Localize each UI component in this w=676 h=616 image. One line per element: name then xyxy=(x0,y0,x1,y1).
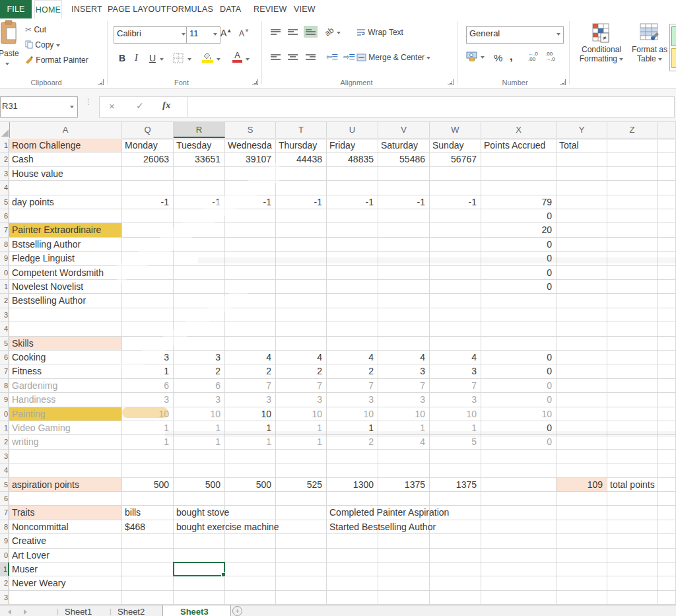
row-header-9[interactable]: 9 xyxy=(0,252,9,265)
cell-S22[interactable]: 1 xyxy=(225,435,275,448)
cell-R19[interactable]: 3 xyxy=(174,393,224,406)
row-header-15[interactable]: 5 xyxy=(0,337,9,350)
cell-R16[interactable]: 3 xyxy=(174,351,224,364)
cell-S5[interactable]: -1 xyxy=(225,195,275,209)
comma-style-button[interactable]: , xyxy=(510,50,513,63)
prev-sheet-arrow[interactable] xyxy=(8,609,11,615)
cell-W21[interactable]: 1 xyxy=(430,421,481,434)
cell-X1[interactable]: Points Accrued xyxy=(481,139,556,152)
cell-styles-gallery[interactable] xyxy=(669,24,676,71)
tab-page-layout[interactable]: PAGE LAYOUT xyxy=(108,0,166,18)
cell-U2[interactable]: 48835 xyxy=(327,153,378,166)
new-sheet-button[interactable]: + xyxy=(232,606,242,616)
cell-U20[interactable]: 10 xyxy=(327,407,378,421)
column-header-Z[interactable]: Z xyxy=(607,122,658,138)
row-header-20[interactable]: 0 xyxy=(0,407,9,421)
cell-R2[interactable]: 33651 xyxy=(174,153,224,166)
percent-style-button[interactable]: % xyxy=(494,52,502,63)
row-header-23[interactable]: 3 xyxy=(0,450,9,463)
row-header-24[interactable]: 4 xyxy=(0,463,9,477)
cell-T2[interactable]: 44438 xyxy=(276,153,326,166)
cell-W22[interactable]: 5 xyxy=(430,435,481,448)
shrink-font-button[interactable]: A▼ xyxy=(239,28,250,38)
row-header-1[interactable]: 1 xyxy=(0,139,9,152)
cell-U28[interactable]: Started Bestselling Author xyxy=(327,520,378,533)
cell-R25[interactable]: 500 xyxy=(174,478,224,491)
cell-W18[interactable]: 7 xyxy=(430,379,481,392)
font-dialog-launcher[interactable] xyxy=(252,79,258,85)
cell-V20[interactable]: 10 xyxy=(378,407,429,421)
row-header-4[interactable]: 4 xyxy=(0,181,9,194)
fill-color-button[interactable] xyxy=(202,51,213,63)
row-header-32[interactable]: 2 xyxy=(0,576,9,590)
italic-button[interactable]: I xyxy=(135,53,138,63)
cell-Q21[interactable]: 1 xyxy=(122,421,173,434)
cell-V18[interactable]: 7 xyxy=(378,379,429,392)
cell-Q27[interactable]: bills xyxy=(122,506,173,519)
sheet-tab-3-box[interactable]: Sheet3 xyxy=(162,605,231,616)
column-header-V[interactable]: V xyxy=(378,122,430,138)
cell-A1[interactable]: Room Challenge xyxy=(9,139,121,152)
cell-S1[interactable]: Wednesda xyxy=(225,139,275,152)
cell-X19[interactable]: 0 xyxy=(481,393,556,406)
sheet-tab-3[interactable]: Sheet3 xyxy=(180,607,209,616)
row-header-8[interactable]: 8 xyxy=(0,238,9,251)
cell-U25[interactable]: 1300 xyxy=(327,478,378,491)
row-header-26[interactable]: 6 xyxy=(0,492,9,505)
cell-U17[interactable]: 2 xyxy=(327,364,378,378)
cell-A19[interactable]: Handiness xyxy=(9,393,121,406)
row-header-28[interactable]: 8 xyxy=(0,520,9,533)
top-align-button[interactable] xyxy=(271,28,281,36)
row-header-6[interactable]: 6 xyxy=(0,209,9,222)
cell-A32[interactable]: Never Weary xyxy=(9,576,121,590)
font-color-dropdown-arrow[interactable] xyxy=(246,58,250,61)
cell-R21[interactable]: 1 xyxy=(174,421,224,434)
cell-R20[interactable]: 10 xyxy=(174,407,224,421)
cell-R1[interactable]: Tuesday xyxy=(174,139,224,152)
cell-V2[interactable]: 55486 xyxy=(378,153,429,166)
column-header-Y[interactable]: Y xyxy=(557,122,607,138)
cell-S16[interactable]: 4 xyxy=(225,351,275,364)
cell-A15[interactable]: Skills xyxy=(9,337,121,350)
format-as-table-button[interactable]: Format as Table xyxy=(628,22,671,63)
cell-R27[interactable]: bought stove xyxy=(174,506,224,519)
cell-V17[interactable]: 3 xyxy=(378,364,429,378)
cell-Q19[interactable]: 3 xyxy=(122,393,173,406)
cell-A18[interactable]: Gardenimg xyxy=(9,379,121,392)
cell-R17[interactable]: 2 xyxy=(174,364,224,378)
select-all-corner[interactable] xyxy=(0,122,10,138)
cell-W20[interactable]: 10 xyxy=(430,407,481,421)
borders-dropdown-arrow[interactable] xyxy=(187,58,191,61)
cell-W2[interactable]: 56767 xyxy=(430,153,481,166)
orientation-dropdown-arrow[interactable] xyxy=(337,32,341,34)
row-header-30[interactable]: 0 xyxy=(0,549,9,562)
borders-icon[interactable] xyxy=(173,53,184,63)
grow-font-button[interactable]: A▲ xyxy=(220,28,232,38)
row-header-27[interactable]: 7 xyxy=(0,506,9,519)
active-cell-selection[interactable] xyxy=(173,562,225,576)
row-header-7[interactable]: 7 xyxy=(0,223,9,236)
format-painter-button[interactable]: Format Painter xyxy=(25,55,88,65)
cell-T17[interactable]: 2 xyxy=(276,364,326,378)
column-header-W[interactable]: W xyxy=(430,122,481,138)
cell-V25[interactable]: 1375 xyxy=(378,478,429,491)
cell-A10[interactable]: Competent Wordsmith xyxy=(9,266,121,279)
cell-T22[interactable]: 1 xyxy=(276,435,326,448)
column-header-A[interactable]: A xyxy=(9,122,122,138)
cell-U18[interactable]: 7 xyxy=(327,379,378,392)
cell-V21[interactable]: 1 xyxy=(378,421,429,434)
cell-X10[interactable]: 0 xyxy=(481,266,556,279)
cell-A8[interactable]: Bstselling Author xyxy=(9,238,121,251)
row-header-3[interactable]: 3 xyxy=(0,167,9,180)
align-center-button[interactable] xyxy=(288,53,298,61)
tab-file[interactable]: FILE xyxy=(0,0,32,18)
row-header-33[interactable]: 3 xyxy=(0,591,9,604)
row-header-5[interactable]: 5 xyxy=(0,195,9,209)
cell-W17[interactable]: 3 xyxy=(430,364,481,378)
decrease-decimal-button[interactable]: .00→.0 xyxy=(545,51,555,62)
row-header-12[interactable]: 2 xyxy=(0,294,9,307)
cell-R22[interactable]: 1 xyxy=(174,435,224,448)
cell-T1[interactable]: Thursday xyxy=(276,139,326,152)
cell-W1[interactable]: Sunday xyxy=(430,139,481,152)
cell-T19[interactable]: 3 xyxy=(276,393,326,406)
